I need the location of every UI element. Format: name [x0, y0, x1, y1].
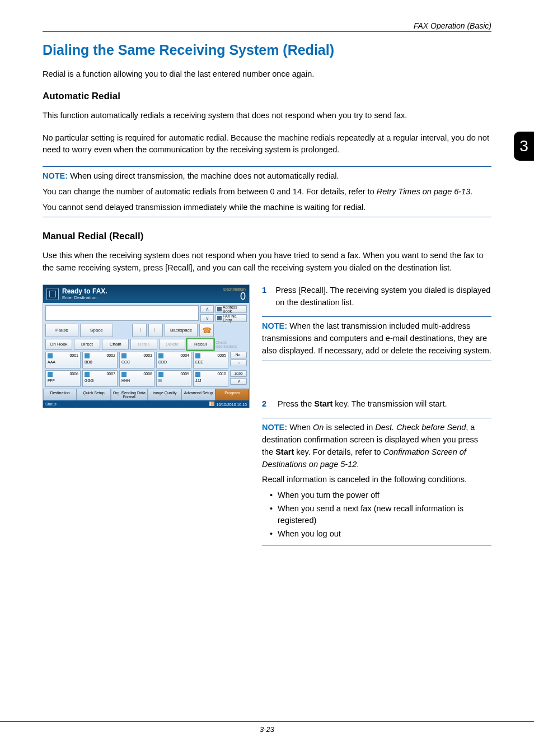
step-1-number: 1	[262, 284, 268, 309]
one-touch-card[interactable]: 0007GGG	[82, 370, 118, 387]
one-touch-card[interactable]: 0008HHH	[119, 370, 154, 387]
detail-button[interactable]: Detail	[130, 339, 157, 350]
one-touch-card[interactable]: 0006FFF	[45, 370, 81, 387]
scroll-up-button[interactable]: ∧	[200, 305, 214, 313]
step2-note-rule-top	[262, 418, 491, 418]
tab-program[interactable]: Program	[216, 389, 249, 400]
card-name: GGG	[85, 379, 115, 382]
step-2-text-a: Press the	[278, 399, 314, 408]
n2-start: Start	[275, 447, 294, 456]
chain-button[interactable]: Chain	[102, 339, 129, 350]
tab-org-format[interactable]: Org./Sending Data Format	[111, 389, 148, 400]
note-text-1: When using direct transmission, the mach…	[68, 171, 339, 180]
recall-cancel-list: When you turn the power off When you sen…	[262, 489, 491, 539]
manual-redial-p1: Use this when the receiving system does …	[43, 250, 491, 274]
grid-up-button[interactable]: ∧	[230, 360, 247, 366]
card-icon	[195, 353, 200, 358]
fax-panel: Ready to FAX. Enter Destination. Destina…	[43, 284, 250, 408]
delete-button[interactable]: Delete	[159, 339, 186, 350]
n2a: When	[287, 423, 313, 432]
panel-titlebar: Ready to FAX. Enter Destination. Destina…	[43, 285, 249, 303]
one-touch-card[interactable]: 0004DDD	[156, 352, 191, 368]
cursor-right-button[interactable]: 〉	[148, 324, 163, 337]
recall-button[interactable]: Recall	[187, 339, 214, 350]
space-button[interactable]: Space	[80, 324, 113, 337]
one-touch-card[interactable]: 0001AAA	[45, 352, 81, 368]
check-destinations-label: Check Destinations	[216, 339, 247, 349]
tab-image-quality[interactable]: Image Quality	[148, 389, 181, 400]
auto-note-line1: NOTE: When using direct transmission, th…	[43, 170, 491, 183]
card-icon	[85, 372, 90, 377]
note-text-2a: You can change the number of automatic r…	[43, 187, 377, 196]
n2-destcheck: Dest. Check before Send	[375, 423, 466, 432]
step1-note: NOTE: When the last transmission include…	[262, 320, 491, 357]
direct-button[interactable]: Direct	[74, 339, 101, 350]
card-icon	[158, 372, 163, 377]
auto-note-line2: You can change the number of automatic r…	[43, 186, 491, 198]
note-label: NOTE:	[43, 171, 68, 180]
card-num: 0010	[217, 372, 226, 376]
step-2-start-key: Start	[314, 399, 332, 408]
tab-destination[interactable]: Destination	[43, 389, 77, 400]
card-name: CCC	[121, 360, 152, 364]
n2b: is selected in	[324, 423, 375, 432]
tab-quick-setup[interactable]: Quick Setup	[77, 389, 110, 400]
note-rule-bottom	[43, 217, 491, 217]
address-book-button[interactable]: Address Book	[216, 305, 247, 313]
card-name: III	[158, 379, 189, 382]
panel-title: Ready to FAX.	[62, 287, 223, 295]
one-touch-card[interactable]: 0010JJJ	[193, 370, 228, 387]
header-rule	[43, 31, 491, 32]
note-label: NOTE:	[262, 423, 287, 432]
auto-redial-heading: Automatic Redial	[43, 91, 491, 102]
one-touch-card[interactable]: 0005EEE	[193, 352, 228, 368]
list-item: When you send a next fax (new recall inf…	[270, 503, 491, 526]
fax-no-entry-button[interactable]: FAX No. Entry	[216, 314, 247, 322]
status-datetime: 10/10/2010 10:10	[217, 403, 247, 407]
card-icon	[121, 372, 127, 377]
card-name: DDD	[158, 360, 189, 364]
step2-note-p2: Recall information is canceled in the fo…	[262, 474, 491, 486]
status-icon	[209, 402, 214, 406]
step1-note-rule-bottom	[262, 361, 491, 361]
one-touch-card[interactable]: 0002BBB	[82, 352, 118, 368]
step2-note-p1: NOTE: When On is selected in Dest. Check…	[262, 422, 491, 470]
grid-down-button[interactable]: ∨	[230, 378, 247, 385]
auto-redial-p2: No particular setting is required for au…	[43, 132, 491, 157]
phone-icon[interactable]: ☎	[199, 324, 214, 337]
note-text-2b: .	[470, 187, 472, 196]
panel-subtitle: Enter Destination.	[62, 295, 223, 300]
cursor-left-button[interactable]: 〈	[132, 324, 147, 337]
list-item: When you turn the power off	[270, 489, 491, 501]
scroll-down-button[interactable]: ∨	[200, 314, 214, 322]
pause-button[interactable]: Pause	[45, 324, 78, 337]
card-name: JJJ	[195, 379, 226, 382]
card-num: 0003	[143, 353, 152, 357]
note-ref-retry: Retry Times on page 6-13	[377, 187, 471, 196]
no-button[interactable]: No.	[230, 352, 247, 358]
step-2-text: Press the Start key. The transmission wi…	[278, 398, 447, 410]
card-num: 0008	[143, 372, 152, 376]
one-touch-card[interactable]: 0009III	[156, 370, 191, 387]
status-label: Status	[45, 402, 57, 406]
backspace-button[interactable]: Backspace	[165, 324, 198, 337]
tab-advanced-setup[interactable]: Advanced Setup	[181, 389, 215, 400]
step-1-text: Press [Recall]. The receiving system you…	[275, 284, 491, 309]
card-name: HHH	[121, 379, 152, 382]
auto-note-line3: You cannot send delayed transmission imm…	[43, 202, 491, 214]
destination-count: 0	[223, 292, 246, 301]
note-rule-top	[43, 166, 491, 167]
card-num: 0007	[106, 372, 115, 376]
note-label: NOTE:	[262, 321, 287, 330]
card-name: BBB	[85, 360, 115, 364]
list-item: When you log out	[270, 528, 491, 539]
page-footer: 3-23	[0, 721, 534, 734]
intro-paragraph: Redial is a function allowing you to dia…	[43, 68, 491, 81]
card-icon	[48, 372, 53, 377]
destination-field[interactable]	[45, 305, 199, 321]
card-num: 0005	[217, 353, 226, 357]
on-hook-button[interactable]: On Hook	[45, 339, 72, 350]
card-name: EEE	[195, 360, 226, 364]
one-touch-card[interactable]: 0003CCC	[119, 352, 154, 368]
card-icon	[195, 372, 200, 377]
